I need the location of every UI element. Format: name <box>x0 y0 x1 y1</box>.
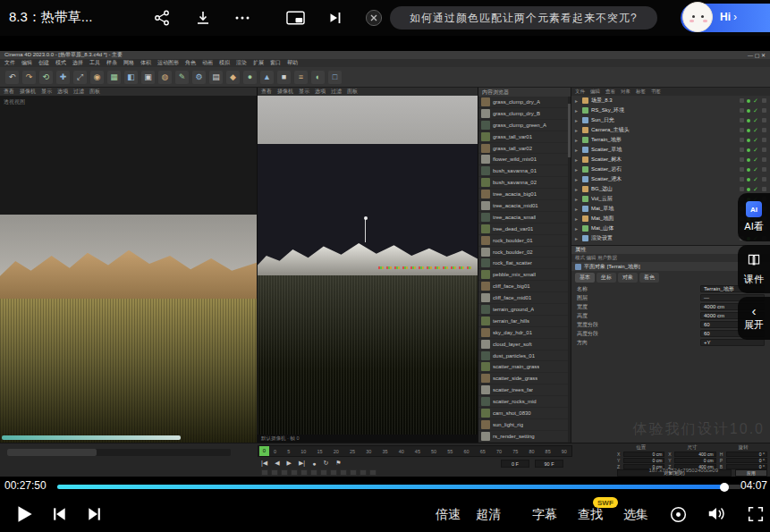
asset-name: rock_boulder_02 <box>493 249 533 255</box>
find-button[interactable]: 查找 <box>578 507 603 523</box>
asset-name: rock_flat_scatter <box>493 260 532 266</box>
c4d-menu-item: 选择 <box>72 59 83 67</box>
asset-row: rs_render_setting <box>478 431 571 443</box>
coord-row: H0 ° <box>720 451 767 457</box>
twisty-icon <box>575 206 580 212</box>
attribute-label: 高度 <box>577 312 588 320</box>
coords-position-column: 位置 X0 cmY0 cmZ0 cm <box>617 444 664 469</box>
asset-name: cam_shot_0830 <box>493 410 531 416</box>
object-name: Scatter_树木 <box>591 156 737 164</box>
asset-thumbnail <box>481 293 490 302</box>
timeline-tick: 20 <box>334 449 339 454</box>
c4d-viewport-reference: 查看摄像机显示选项过滤面板 透视视图 <box>0 88 258 443</box>
timeline-tick: 45 <box>415 449 420 454</box>
enabled-dot <box>747 99 750 103</box>
asset-thumbnail <box>481 328 490 337</box>
object-name: 场景_8.3 <box>591 97 737 105</box>
c4d-viewport-menu-item: 查看 <box>261 88 272 96</box>
scene-scatter-markers <box>378 266 470 269</box>
timeline-tick: 75 <box>512 449 518 454</box>
asset-name: pebble_mix_small <box>493 272 536 277</box>
playback-speed-button[interactable]: 倍速 <box>436 507 461 523</box>
coord-row: P0 ° <box>720 457 767 463</box>
next-episode-button[interactable] <box>86 505 104 526</box>
scene-gizmo-pole <box>365 219 366 242</box>
progress-handle[interactable] <box>720 483 729 492</box>
asset-name: cliff_face_big01 <box>493 283 530 289</box>
coord-axis-label: Z <box>617 464 622 469</box>
transport-controls: |◀◀▶▶|●↻⚑ <box>261 460 342 467</box>
asset-name: flower_wild_mix01 <box>493 156 537 162</box>
episodes-button[interactable]: 选集 <box>623 507 648 523</box>
pip-icon[interactable] <box>286 9 305 28</box>
coords-column-title: 位置 <box>617 444 664 451</box>
object-tree-row: RS_Sky_环境 <box>571 106 770 115</box>
courseware-button[interactable]: 课件 <box>738 245 770 293</box>
transport-icon: ◀ <box>275 460 279 467</box>
asset-row: scatter_trees_far <box>478 384 571 396</box>
fullscreen-icon[interactable] <box>747 505 765 526</box>
share-icon[interactable] <box>152 9 171 28</box>
coord-axis-label: B <box>720 464 724 469</box>
asset-thumbnail <box>481 97 490 106</box>
viewport-scrollbar <box>2 435 181 440</box>
twisty-icon <box>575 186 580 192</box>
attribute-tab: 坐标 <box>597 273 616 283</box>
c4d-viewport-menu-item: 摄像机 <box>20 88 36 96</box>
asset-thumbnail <box>481 248 490 257</box>
object-name: Vol_云层 <box>591 195 737 203</box>
play-button[interactable] <box>13 502 36 528</box>
enabled-dot <box>747 109 750 113</box>
c4d-menu-item: 模式 <box>55 59 66 67</box>
subtitles-button[interactable]: 字幕 <box>532 507 557 523</box>
more-icon[interactable] <box>233 9 251 28</box>
ai-assist-button[interactable]: AI AI看 <box>738 193 770 241</box>
c4d-menubar: 文件编辑创建模式选择工具样条网格体积运动图形角色动画模拟渲染扩展窗口帮助 <box>0 59 770 67</box>
viewport-status-bar: 默认摄像机 · 帧 0 <box>258 435 478 443</box>
object-type-icon <box>582 127 588 133</box>
settings-icon[interactable] <box>669 505 688 527</box>
timeline-tick: 35 <box>382 449 387 454</box>
coords-apply-button: 应用 <box>735 469 767 477</box>
previous-episode-button[interactable] <box>50 505 68 526</box>
c4d-titlebar: Cinema 4D 2023.0.0 - [热带草原_8.3.c4d *] - … <box>0 51 770 59</box>
tag-dot <box>762 177 766 182</box>
object-manager-menu-item: 书签 <box>651 89 661 95</box>
quality-button[interactable]: 超清 <box>476 507 501 523</box>
asset-row: dust_particles_01 <box>478 350 571 362</box>
check-icon <box>753 107 759 114</box>
video-surface[interactable]: Cinema 4D 2023.0.0 - [热带草原_8.3.c4d *] - … <box>0 36 770 477</box>
asset-row: grass_clump_dry_A <box>478 97 571 108</box>
asset-name: grass_tall_var01 <box>493 134 532 139</box>
enabled-dot <box>747 119 750 122</box>
object-manager-menu-item: 标签 <box>636 89 646 95</box>
asset-row: rock_boulder_01 <box>478 235 571 247</box>
twisty-icon <box>575 147 580 153</box>
close-icon[interactable] <box>365 9 383 27</box>
layer-dot <box>740 187 744 191</box>
cast-icon[interactable] <box>326 9 344 28</box>
asset-thumbnail <box>481 144 490 153</box>
transport-icon: ⚑ <box>335 460 341 467</box>
object-tree-row: Scatter_岩石 <box>571 165 770 174</box>
expand-button[interactable]: ‹ 展开 <box>738 297 770 340</box>
timeline-tick: 25 <box>350 449 355 454</box>
video-player: 8.3：热带草... 如何通过颜色匹配让两个元素看起来不突兀? Hi› <box>0 0 770 532</box>
c4d-tool-icon: ⟲ <box>39 71 53 84</box>
ai-question-pill[interactable]: 如何通过颜色匹配让两个元素看起来不突兀? <box>390 6 657 30</box>
asset-thumbnail <box>481 397 490 406</box>
c4d-tool-icon: ✎ <box>175 71 189 84</box>
check-icon <box>753 127 759 134</box>
volume-icon[interactable] <box>707 504 726 526</box>
attribute-object-name: 平面对象 [Terrain_地形] <box>584 263 640 271</box>
assistant-entry[interactable]: Hi› <box>681 4 770 32</box>
check-icon <box>753 117 759 124</box>
c4d-tool-icon: ■ <box>277 71 291 84</box>
object-type-icon <box>582 225 588 232</box>
video-title: 8.3：热带草... <box>9 9 92 26</box>
progress-bar[interactable] <box>57 485 741 489</box>
twisty-icon <box>575 107 580 114</box>
download-icon[interactable] <box>193 9 212 28</box>
c4d-tool-icon: ✚ <box>56 71 70 84</box>
enabled-dot <box>747 178 750 182</box>
